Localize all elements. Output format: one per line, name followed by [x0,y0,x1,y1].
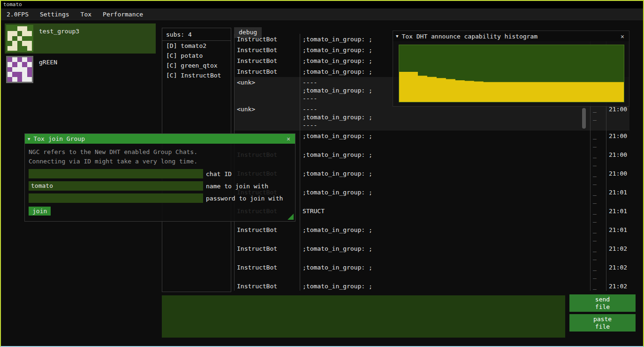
collapse-arrow-icon[interactable]: ▼ [396,34,398,39]
join-field-label: password to join with [206,195,283,202]
subs-header: subs: 4 [162,28,231,41]
group-name: test_group3 [39,28,79,52]
subs-list: [D] tomato2 [C] potato [C] green_qtox [C… [162,41,231,80]
chat-author: InstructBot [235,262,300,281]
join-field-row: password to join with [29,193,291,203]
join-field-input[interactable] [29,169,203,178]
collapse-arrow-icon[interactable]: ▼ [28,137,30,141]
join-group-fields: chat ID tomato name to join with passwor… [29,169,291,203]
chat-timestamp: 21:02 [606,243,629,262]
chat-row[interactable]: InstructBot ;tomato_in_group: ; _ _ 21:0… [235,224,629,243]
dht-histogram-titlebar[interactable]: ▼ Tox DHT announce capability histogram … [393,31,629,41]
menubar-item-label: Settings [40,11,69,18]
subs-list-item[interactable]: [D] tomato2 [162,41,231,51]
subs-item-label: [C] potato [166,52,203,59]
chat-author: InstructBot [235,281,300,291]
chat-author: InstructBot [235,66,300,77]
menubar-item-label: Performance [103,11,143,18]
chat-timestamp: 21:01 [606,187,629,206]
chat-row[interactable]: <unk> ---- ;tomato_in_group: ; ---- _ _ … [235,104,629,131]
menubar-item[interactable]: 2.0FPS [1,8,34,20]
send-file-button[interactable]: send file [569,294,636,312]
chat-row[interactable]: InstructBot ;tomato_in_group: ; _ _ 21:0… [235,262,629,281]
chat-message-text: STRUCT [300,206,591,224]
window-titlebar[interactable]: tomato [1,1,643,8]
chat-delivery-status: _ _ [591,224,606,243]
group-avatar [6,56,33,83]
chat-timestamp: 21:02 [606,281,629,291]
chat-message-text: ;tomato_in_group: ; [300,187,591,206]
chat-message-text: ;tomato_in_group: ; [300,243,591,262]
join-field-row: chat ID [29,169,291,178]
subs-item-label: [C] green_qtox [166,62,218,69]
subs-list-item[interactable]: [C] green_qtox [162,61,231,70]
chat-message-text: ---- ;tomato_in_group: ; ---- [300,104,591,131]
join-group-title: Tox join Group [33,135,281,142]
join-field-input[interactable]: tomato [29,181,203,191]
group-avatar [6,25,33,52]
group-list-item[interactable]: test_group3 [5,23,156,54]
chat-scrollbar-thumb[interactable] [582,108,586,129]
join-group-titlebar[interactable]: ▼ Tox join Group ✕ [25,134,295,144]
join-field-label: chat ID [206,170,232,177]
menubar-item[interactable]: Performance [97,8,149,20]
chat-timestamp: 21:01 [606,206,629,224]
join-field-input[interactable] [29,193,203,203]
join-group-description: NGC refers to the New DHT enabled Group … [29,147,291,166]
close-icon[interactable]: ✕ [619,33,626,40]
app-window: tomato 2.0FPS Settings Tox Performance t… [0,0,644,347]
menubar-item-label: Tox [81,11,91,18]
chat-message-text: ;tomato_in_group: ; [300,262,591,281]
chat-author: InstructBot [235,34,300,45]
chat-message-text: ;tomato_in_group: ; [300,224,591,243]
chat-delivery-status: _ _ [591,131,606,149]
chat-timestamp: 21:00 [606,149,629,168]
group-list: test_group3 gREEN [5,23,156,85]
dht-histogram-plot [399,45,624,102]
join-field-row: tomato name to join with [29,181,291,191]
join-button[interactable]: join [29,207,51,216]
subs-list-item[interactable]: [C] potato [162,51,231,61]
chat-delivery-status: _ _ [591,168,606,187]
chat-author: InstructBot [235,243,300,262]
chat-author: InstructBot [235,45,300,55]
chat-message-text: ;tomato_in_group: ; [300,131,591,149]
chat-timestamp: 21:02 [606,262,629,281]
chat-message-text: ;tomato_in_group: ; [300,168,591,187]
chat-timestamp: 21:00 [606,168,629,187]
chat-author: <unk> [235,77,300,104]
chat-author: <unk> [235,104,300,131]
dht-histogram-title: Tox DHT announce capability histogram [402,33,615,40]
paste-file-button[interactable]: paste file [569,314,636,332]
chat-delivery-status: _ _ [591,281,606,291]
join-group-window: ▼ Tox join Group ✕ NGC refers to the New… [24,133,295,222]
chat-delivery-status: _ _ [591,262,606,281]
group-list-item[interactable]: gREEN [5,54,156,85]
window-title: tomato [3,1,22,8]
menubar-item[interactable]: Settings [34,8,75,20]
chat-delivery-status: _ _ [591,187,606,206]
menubar-item-label: 2.0FPS [7,11,29,18]
menubar: 2.0FPS Settings Tox Performance [1,8,643,20]
join-group-body: NGC refers to the New DHT enabled Group … [25,144,295,219]
chat-timestamp: 21:00 [606,104,629,131]
message-input[interactable] [162,295,565,338]
chat-row[interactable]: InstructBot ;tomato_in_group: ; _ _ 21:0… [235,281,629,291]
histogram-plot-svg [399,45,624,102]
chat-timestamp: 21:00 [606,131,629,149]
dht-histogram-window: ▼ Tox DHT announce capability histogram … [393,31,629,107]
subs-item-label: [D] tomato2 [166,42,206,49]
subs-item-label: [C] InstructBot [166,72,221,79]
subs-list-item[interactable]: [C] InstructBot [162,70,231,80]
chat-delivery-status: _ _ [591,206,606,224]
chat-message-text: ;tomato_in_group: ; [300,149,591,168]
close-icon[interactable]: ✕ [285,135,292,142]
chat-row[interactable]: InstructBot ;tomato_in_group: ; _ _ 21:0… [235,243,629,262]
menubar-item[interactable]: Tox [75,8,97,20]
chat-author: InstructBot [235,55,300,66]
join-field-label: name to join with [206,183,268,190]
chat-message-text: ;tomato_in_group: ; [300,281,591,291]
group-name: gREEN [39,59,57,83]
chat-delivery-status: _ _ [591,104,606,131]
resize-grip-icon[interactable] [288,214,294,220]
